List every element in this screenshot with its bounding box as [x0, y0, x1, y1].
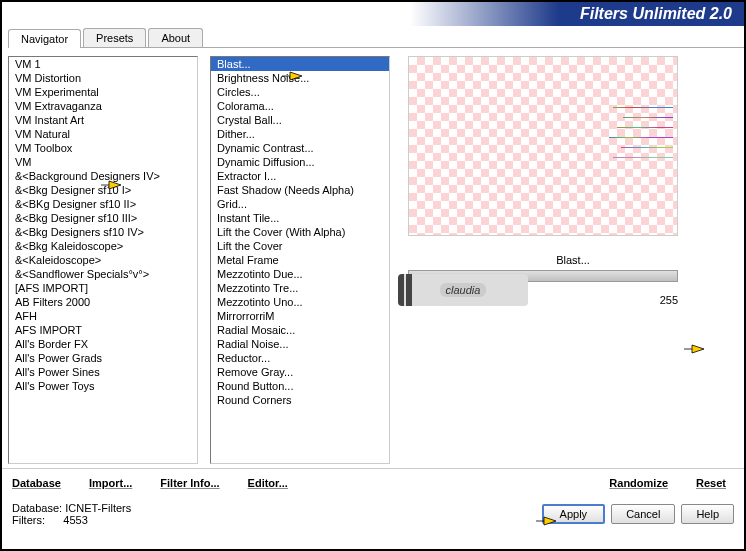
- current-filter-label: Blast...: [408, 254, 738, 266]
- list-item[interactable]: AFH: [9, 309, 197, 323]
- list-item[interactable]: MirrorrorriM: [211, 309, 389, 323]
- list-item[interactable]: &<Bkg Designers sf10 IV>: [9, 225, 197, 239]
- list-item[interactable]: All's Power Grads: [9, 351, 197, 365]
- list-item[interactable]: Lift the Cover: [211, 239, 389, 253]
- app-title: Filters Unlimited 2.0: [580, 5, 732, 23]
- preview-area: Blast... Strength 255: [408, 56, 738, 468]
- list-item[interactable]: &<BKg Designer sf10 II>: [9, 197, 197, 211]
- status-db: Database: ICNET-Filters Filters: 4553: [12, 502, 131, 526]
- list-item[interactable]: All's Border FX: [9, 337, 197, 351]
- list-item[interactable]: Reductor...: [211, 351, 389, 365]
- list-item[interactable]: [AFS IMPORT]: [9, 281, 197, 295]
- list-item[interactable]: Crystal Ball...: [211, 113, 389, 127]
- list-item[interactable]: Dynamic Contrast...: [211, 141, 389, 155]
- reset-link[interactable]: Reset: [696, 477, 726, 489]
- list-item[interactable]: &<Sandflower Specials°v°>: [9, 267, 197, 281]
- list-item[interactable]: AFS IMPORT: [9, 323, 197, 337]
- list-item[interactable]: VM Instant Art: [9, 113, 197, 127]
- list-item[interactable]: VM Toolbox: [9, 141, 197, 155]
- watermark: claudia: [398, 274, 528, 306]
- list-item[interactable]: Mezzotinto Uno...: [211, 295, 389, 309]
- tab-presets[interactable]: Presets: [83, 28, 146, 47]
- filter-info-link[interactable]: Filter Info...: [160, 477, 219, 489]
- list-item[interactable]: Grid...: [211, 197, 389, 211]
- title-bar: Filters Unlimited 2.0: [2, 2, 744, 26]
- database-link[interactable]: Database: [12, 477, 61, 489]
- list-item[interactable]: Instant Tile...: [211, 211, 389, 225]
- list-item[interactable]: &<Background Designers IV>: [9, 169, 197, 183]
- list-item[interactable]: &<Bkg Designer sf10 I>: [9, 183, 197, 197]
- editor-link[interactable]: Editor...: [248, 477, 288, 489]
- list-item[interactable]: Round Button...: [211, 379, 389, 393]
- list-item[interactable]: VM Natural: [9, 127, 197, 141]
- list-item[interactable]: VM: [9, 155, 197, 169]
- list-item[interactable]: Metal Frame: [211, 253, 389, 267]
- list-item[interactable]: Remove Gray...: [211, 365, 389, 379]
- list-item[interactable]: Radial Mosaic...: [211, 323, 389, 337]
- filter-list[interactable]: Blast...Brightness Noise...Circles...Col…: [210, 56, 390, 464]
- list-item[interactable]: &<Kaleidoscope>: [9, 253, 197, 267]
- list-item[interactable]: Dynamic Diffusion...: [211, 155, 389, 169]
- list-item[interactable]: Brightness Noise...: [211, 71, 389, 85]
- category-list[interactable]: VM 1VM DistortionVM ExperimentalVM Extra…: [8, 56, 198, 464]
- main-panel: VM 1VM DistortionVM ExperimentalVM Extra…: [2, 48, 744, 468]
- list-item[interactable]: Circles...: [211, 85, 389, 99]
- status-bar: Database: ICNET-Filters Filters: 4553 Ap…: [2, 496, 744, 532]
- list-item[interactable]: All's Power Toys: [9, 379, 197, 393]
- import-link[interactable]: Import...: [89, 477, 132, 489]
- randomize-link[interactable]: Randomize: [609, 477, 668, 489]
- list-item[interactable]: Mezzotinto Tre...: [211, 281, 389, 295]
- tab-navigator[interactable]: Navigator: [8, 29, 81, 48]
- list-item[interactable]: Extractor I...: [211, 169, 389, 183]
- cancel-button[interactable]: Cancel: [611, 504, 675, 524]
- list-item[interactable]: Radial Noise...: [211, 337, 389, 351]
- list-item[interactable]: AB Filters 2000: [9, 295, 197, 309]
- list-item[interactable]: VM Distortion: [9, 71, 197, 85]
- list-item[interactable]: &<Bkg Kaleidoscope>: [9, 239, 197, 253]
- list-item[interactable]: All's Power Sines: [9, 365, 197, 379]
- tab-about[interactable]: About: [148, 28, 203, 47]
- list-item[interactable]: Mezzotinto Due...: [211, 267, 389, 281]
- param-value[interactable]: 255: [648, 294, 678, 306]
- list-item[interactable]: Round Corners: [211, 393, 389, 407]
- list-item[interactable]: Blast...: [211, 57, 389, 71]
- list-item[interactable]: VM 1: [9, 57, 197, 71]
- list-item[interactable]: Colorama...: [211, 99, 389, 113]
- list-item[interactable]: Lift the Cover (With Alpha): [211, 225, 389, 239]
- preview-image: [408, 56, 678, 236]
- list-item[interactable]: &<Bkg Designer sf10 III>: [9, 211, 197, 225]
- tabs: Navigator Presets About: [8, 28, 744, 48]
- preview-content: [473, 97, 673, 197]
- help-button[interactable]: Help: [681, 504, 734, 524]
- list-item[interactable]: Fast Shadow (Needs Alpha): [211, 183, 389, 197]
- list-item[interactable]: VM Extravaganza: [9, 99, 197, 113]
- list-item[interactable]: VM Experimental: [9, 85, 197, 99]
- list-item[interactable]: Dither...: [211, 127, 389, 141]
- apply-button[interactable]: Apply: [542, 504, 606, 524]
- link-row: Database Import... Filter Info... Editor…: [2, 468, 744, 496]
